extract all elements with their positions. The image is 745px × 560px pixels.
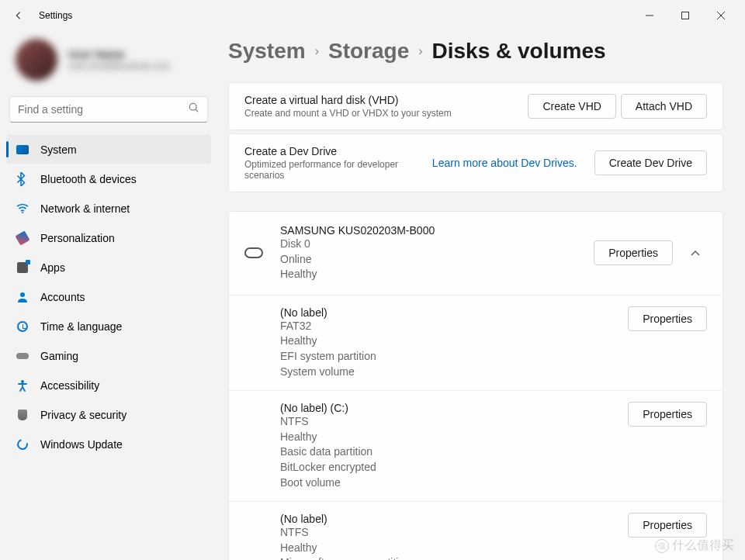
volume-row: (No label) FAT32 Healthy EFI system part… — [229, 295, 722, 390]
sidebar-item-system[interactable]: System — [6, 135, 211, 164]
disk-id: Disk 0 — [280, 237, 589, 252]
disks-section: SAMSUNG KUS020203M-B000 Disk 0 Online He… — [228, 211, 723, 560]
volume-name: (No label) — [280, 513, 623, 525]
sidebar-item-accounts[interactable]: Accounts — [6, 282, 211, 311]
page-title: Disks & volumes — [432, 39, 606, 64]
devdrive-subtitle: Optimized performance for developer scen… — [244, 159, 432, 181]
volume-extra: BitLocker encrypted — [280, 460, 623, 475]
search-box[interactable] — [9, 96, 208, 123]
sidebar-item-label: Gaming — [40, 350, 78, 362]
paintbrush-icon — [16, 231, 29, 245]
svg-point-7 — [20, 292, 25, 297]
volume-properties-button[interactable]: Properties — [628, 513, 707, 538]
wifi-icon — [16, 202, 29, 216]
volume-row: (No label) NTFS Healthy Microsoft recove… — [229, 501, 722, 560]
volume-fs: NTFS — [280, 525, 623, 541]
maximize-icon — [681, 12, 689, 19]
minimize-button[interactable] — [632, 3, 667, 28]
svg-point-6 — [22, 212, 23, 213]
sidebar-item-accessibility[interactable]: Accessibility — [6, 371, 211, 399]
devdrive-learn-link[interactable]: Learn more about Dev Drives. — [432, 157, 577, 169]
user-text: User Name user.email@outlook.com — [68, 48, 171, 71]
sidebar-item-bluetooth[interactable]: Bluetooth & devices — [6, 164, 211, 193]
chevron-up-icon[interactable] — [684, 246, 707, 260]
sidebar-item-gaming[interactable]: Gaming — [6, 341, 211, 370]
svg-point-4 — [189, 103, 196, 110]
sidebar-item-label: Accounts — [40, 291, 85, 303]
maximize-button[interactable] — [667, 3, 703, 28]
search-input[interactable] — [18, 103, 189, 116]
close-icon — [717, 12, 725, 19]
create-vhd-button[interactable]: Create VHD — [528, 94, 615, 119]
shield-icon — [16, 408, 29, 422]
disk-health: Healthy — [280, 267, 589, 282]
sidebar-item-label: Network & internet — [40, 202, 130, 215]
breadcrumb-system[interactable]: System — [228, 39, 306, 64]
volume-properties-button[interactable]: Properties — [628, 402, 707, 427]
vhd-card: Create a virtual hard disk (VHD) Create … — [228, 82, 723, 130]
volume-fs: NTFS — [280, 414, 623, 430]
arrow-left-icon — [13, 10, 24, 21]
bluetooth-icon — [16, 172, 29, 186]
devdrive-title: Create a Dev Drive — [244, 145, 432, 157]
watermark: 值什么值得买 — [655, 538, 734, 554]
content-area: System › Storage › Disks & volumes Creat… — [217, 31, 745, 560]
svg-line-5 — [196, 109, 198, 112]
window-controls — [632, 3, 739, 28]
user-name: User Name — [68, 48, 171, 60]
sidebar-item-network[interactable]: Network & internet — [6, 194, 211, 223]
volume-type: Basic data partition — [280, 444, 623, 460]
breadcrumb-storage[interactable]: Storage — [328, 39, 409, 64]
minimize-icon — [646, 12, 653, 19]
search-icon — [189, 102, 199, 116]
breadcrumb: System › Storage › Disks & volumes — [228, 39, 723, 64]
clock-icon — [16, 320, 29, 334]
sidebar-item-label: Privacy & security — [40, 409, 126, 421]
svg-rect-1 — [682, 12, 689, 19]
sidebar: User Name user.email@outlook.com System … — [0, 31, 217, 560]
sidebar-item-label: Apps — [40, 261, 65, 274]
vhd-subtitle: Create and mount a VHD or VHDX to your s… — [244, 108, 523, 119]
disk-status: Online — [280, 252, 589, 268]
chevron-right-icon: › — [315, 44, 319, 58]
disk-icon — [244, 247, 263, 258]
volume-properties-button[interactable]: Properties — [628, 306, 707, 331]
close-button[interactable] — [703, 3, 739, 28]
avatar — [16, 39, 57, 81]
volume-name: (No label) (C:) — [280, 402, 623, 414]
volume-type: EFI system partition — [280, 349, 623, 365]
volume-health: Healthy — [280, 430, 623, 445]
sidebar-item-label: Time & language — [40, 320, 122, 333]
sidebar-item-label: Personalization — [40, 232, 115, 244]
sidebar-item-privacy[interactable]: Privacy & security — [6, 400, 211, 429]
apps-icon — [16, 261, 29, 275]
sidebar-item-time[interactable]: Time & language — [6, 312, 211, 340]
sidebar-item-personalization[interactable]: Personalization — [6, 223, 211, 252]
volume-extra: System volume — [280, 365, 623, 380]
volume-health: Healthy — [280, 334, 623, 349]
volume-type: Microsoft recovery partition — [280, 555, 623, 560]
devdrive-card: Create a Dev Drive Optimized performance… — [228, 133, 723, 192]
volume-name: (No label) — [280, 306, 623, 319]
sidebar-item-apps[interactable]: Apps — [6, 253, 211, 282]
disk-card: SAMSUNG KUS020203M-B000 Disk 0 Online He… — [228, 211, 723, 560]
sidebar-item-label: System — [40, 143, 77, 156]
attach-vhd-button[interactable]: Attach VHD — [621, 94, 707, 119]
system-icon — [16, 143, 29, 157]
user-email: user.email@outlook.com — [68, 60, 171, 71]
sidebar-item-update[interactable]: Windows Update — [6, 430, 211, 458]
back-button[interactable] — [6, 3, 31, 28]
svg-point-9 — [21, 380, 24, 383]
sidebar-item-label: Windows Update — [40, 438, 123, 451]
volume-extra2: Boot volume — [280, 475, 623, 491]
svg-rect-8 — [16, 353, 29, 359]
volume-fs: FAT32 — [280, 319, 623, 334]
create-devdrive-button[interactable]: Create Dev Drive — [594, 150, 707, 175]
user-section[interactable]: User Name user.email@outlook.com — [6, 31, 211, 96]
person-icon — [16, 290, 29, 304]
volume-health: Healthy — [280, 541, 623, 556]
disk-properties-button[interactable]: Properties — [594, 240, 673, 265]
sidebar-item-label: Accessibility — [40, 379, 99, 392]
disk-header[interactable]: SAMSUNG KUS020203M-B000 Disk 0 Online He… — [229, 212, 722, 295]
accessibility-icon — [16, 379, 29, 392]
